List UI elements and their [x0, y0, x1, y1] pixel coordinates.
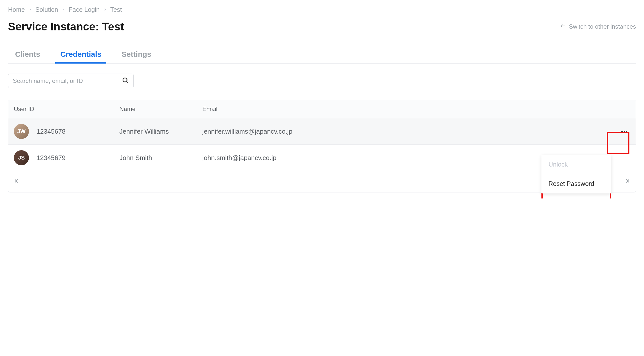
more-actions-button[interactable]: [618, 125, 630, 137]
more-horizontal-icon: [621, 131, 627, 132]
arrow-left-icon: [560, 23, 566, 30]
chevron-right-icon: [28, 7, 32, 13]
tab-credentials[interactable]: Credentials: [58, 48, 104, 63]
column-header-email: Email: [202, 106, 600, 113]
breadcrumb-face-login[interactable]: Face Login: [69, 6, 100, 13]
cell-user-id: 12345679: [36, 154, 66, 162]
search-icon[interactable]: [122, 77, 129, 85]
search-input[interactable]: [13, 77, 122, 84]
table-row[interactable]: JW 12345678 Jennifer Williams jennifer.w…: [8, 118, 636, 145]
cell-name: John Smith: [119, 154, 202, 162]
row-actions-menu: Unlock Reset Password: [541, 155, 611, 193]
cell-name: Jennifer Williams: [119, 128, 202, 135]
chevron-right-icon: [62, 7, 65, 13]
breadcrumb-current: Test: [110, 6, 122, 13]
cell-user-id: 12345678: [36, 128, 66, 135]
search-box[interactable]: [8, 74, 134, 88]
column-header-name: Name: [119, 106, 202, 113]
pager-first-icon[interactable]: [14, 178, 19, 185]
menu-item-reset-password[interactable]: Reset Password: [541, 174, 611, 193]
tab-settings[interactable]: Settings: [119, 48, 154, 63]
table-header: User ID Name Email: [8, 100, 636, 118]
breadcrumb: Home Solution Face Login Test: [8, 6, 636, 13]
tabs: Clients Credentials Settings: [8, 48, 636, 64]
cell-email: john.smith@japancv.co.jp: [202, 154, 600, 162]
cell-email: jennifer.williams@japancv.co.jp: [202, 128, 600, 135]
chevron-right-icon: [103, 7, 107, 13]
page-title: Service Instance: Test: [8, 20, 124, 33]
column-header-user-id: User ID: [14, 106, 119, 113]
avatar: JS: [14, 150, 29, 165]
switch-instances-link[interactable]: Switch to other instances: [560, 23, 636, 30]
pager-last-icon[interactable]: [625, 178, 630, 185]
svg-line-2: [126, 81, 128, 83]
tab-clients[interactable]: Clients: [13, 48, 43, 63]
breadcrumb-solution[interactable]: Solution: [35, 6, 58, 13]
breadcrumb-home[interactable]: Home: [8, 6, 25, 13]
svg-point-1: [123, 78, 127, 82]
menu-item-unlock[interactable]: Unlock: [541, 155, 611, 174]
switch-instances-label: Switch to other instances: [569, 23, 636, 30]
avatar: JW: [14, 124, 29, 139]
